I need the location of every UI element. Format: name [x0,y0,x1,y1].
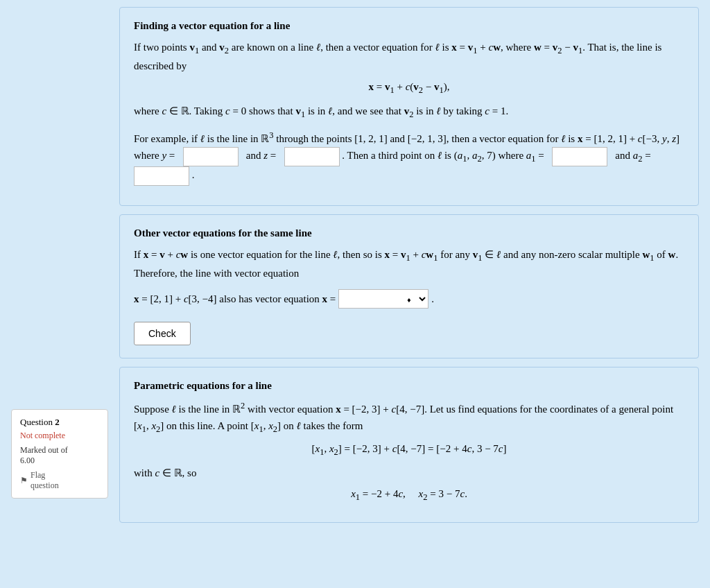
block3-title: Parametric equations for a line [134,380,684,392]
block3-para2: with c ∈ ℝ, so [134,465,684,481]
flag-label: Flag question [31,470,59,491]
marked-value: 6.00 [20,456,35,465]
input-a2[interactable] [134,166,189,186]
block-other-vector: Other vector equations for the same line… [119,214,699,358]
marked-out-text: Marked out of [20,445,68,455]
block3-para1: Suppose ℓ is the line in ℝ2 with vector … [134,399,684,436]
input-a1[interactable] [552,147,607,166]
block1-para2: where c ∈ ℝ. Taking c = 0 shows that v1 … [134,103,684,121]
status-badge: Not complete [20,431,99,441]
sidebar-card: Question 2 Not complete Marked out of 6.… [11,409,108,499]
question-number: 2 [55,417,60,427]
question-text: Question [20,417,53,427]
flag-text: Flag [31,470,45,480]
main-content: Finding a vector equation for a line If … [119,7,699,523]
block-vector-equation: Finding a vector equation for a line If … [119,7,699,206]
check-button[interactable]: Check [134,322,191,345]
input-y[interactable] [183,147,239,166]
equation-dot: . [431,288,434,309]
block2-title: Other vector equations for the same line [134,227,684,239]
flag-icon: ⚑ [20,476,28,486]
block1-para1: If two points v1 and v2 are known on a l… [134,39,684,74]
block-parametric: Parametric equations for a line Suppose … [119,367,699,523]
vector-eq-select[interactable]: ⬧ [1,2] + c[3,−4] [2,1] + c[−3,−4] [2,1]… [338,289,428,309]
input-z[interactable] [284,147,340,166]
formula-display: x = v1 + c(v2 − v1), [134,81,684,96]
block3-formula: [x1, x2] = [−2, 3] + c[4, −7] = [−2 + 4c… [134,443,684,458]
block3-parametric-eqs: x1 = −2 + 4c, x2 = 3 − 7c. [134,488,684,503]
block1-title: Finding a vector equation for a line [134,20,684,32]
sidebar: Question 2 Not complete Marked out of 6.… [11,409,108,499]
equation-lhs: x = [2, 1] + c[3, −4] also has vector eq… [134,288,336,309]
block2-equation-row: x = [2, 1] + c[3, −4] also has vector eq… [134,288,684,309]
question-label: Question 2 [20,417,99,428]
block1-para3: For example, if ℓ is the line in ℝ3 thro… [134,128,684,186]
flag-sub-text: question [31,481,59,490]
block2-para1: If x = v + cw is one vector equation for… [134,246,684,282]
marked-out-label: Marked out of 6.00 [20,445,99,466]
flag-question-link[interactable]: ⚑ Flag question [20,470,99,491]
